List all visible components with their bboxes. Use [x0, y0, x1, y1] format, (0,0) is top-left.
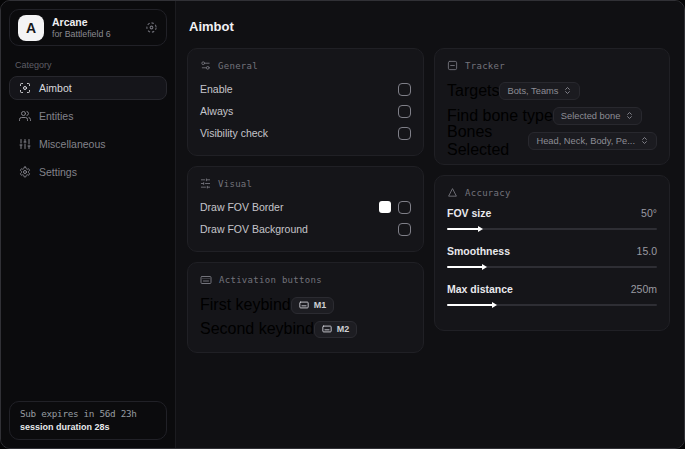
setting-label: Enable [200, 83, 398, 95]
tracker-card-header: Tracker [447, 60, 657, 71]
smoothness-slider[interactable] [447, 266, 657, 268]
sliders-icon [19, 138, 31, 150]
slider-thumb[interactable] [492, 302, 497, 308]
refresh-icon[interactable] [145, 21, 158, 34]
find-bone-type-select[interactable]: Selected bone [553, 107, 642, 125]
app-subtitle: for Battlefield 6 [52, 29, 111, 40]
select-value: Selected bone [561, 111, 620, 121]
sidebar-item-label: Aimbot [39, 82, 72, 94]
chevrons-up-down-icon [640, 136, 649, 145]
card-title: Accuracy [465, 188, 511, 198]
right-column: Tracker Targets Bots, Teams [434, 48, 670, 341]
accuracy-card: Accuracy FOV size 50° [434, 175, 670, 331]
brand-card: A Arcane for Battlefield 6 [9, 9, 167, 46]
tracker-row-bones-selected: Bones Selected Head, Neck, Body, Pe... [447, 128, 657, 153]
setting-label: Always [200, 105, 398, 117]
slider-row-max-distance: Max distance 250m [447, 281, 657, 306]
keyboard-icon [322, 324, 332, 334]
draw-fov-border-checkbox[interactable] [398, 201, 411, 214]
setting-row-draw-fov-border: Draw FOV Border [200, 196, 411, 218]
first-keybind-button[interactable]: M1 [291, 297, 335, 314]
keyboard-icon [299, 300, 309, 310]
always-checkbox[interactable] [398, 105, 411, 118]
users-icon [19, 110, 31, 122]
fov-size-slider[interactable] [447, 228, 657, 230]
chevrons-up-down-icon [563, 86, 572, 95]
slider-thumb[interactable] [482, 264, 487, 270]
subscription-card: Sub expires in 56d 23h session duration … [9, 401, 167, 440]
keyboard-icon [200, 274, 212, 286]
square-minus-icon [447, 60, 458, 71]
sliders-horizontal-icon [200, 178, 211, 189]
general-card-header: General [200, 60, 411, 71]
slider-row-smoothness: Smoothness 15.0 [447, 243, 657, 268]
tracker-row-targets: Targets Bots, Teams [447, 78, 657, 103]
page-title: Aimbot [189, 19, 670, 34]
sidebar: A Arcane for Battlefield 6 Category [1, 1, 176, 448]
card-title: General [218, 61, 258, 71]
keybind-label: Second keybind [200, 320, 314, 338]
visibility-check-checkbox[interactable] [398, 127, 411, 140]
tracker-label: Targets [447, 82, 499, 100]
general-card: General Enable Always Visibility check [187, 48, 424, 156]
triangle-icon [447, 187, 458, 198]
tracker-card: Tracker Targets Bots, Teams [434, 48, 670, 165]
slider-value: 250m [631, 283, 657, 295]
slider-label: FOV size [447, 207, 491, 219]
setting-row-always: Always [200, 100, 411, 122]
visual-card-header: Visual [200, 178, 411, 189]
tracker-label: Bones Selected [447, 123, 528, 159]
category-label: Category [15, 60, 161, 70]
sub-expiry-text: Sub expires in 56d 23h [20, 408, 156, 419]
card-title: Visual [218, 179, 252, 189]
draw-fov-background-checkbox[interactable] [398, 223, 411, 236]
sidebar-item-settings[interactable]: Settings [9, 160, 167, 184]
visual-card: Visual Draw FOV Border Draw FOV Backgrou… [187, 166, 424, 252]
setting-row-visibility-check: Visibility check [200, 122, 411, 144]
brand-text: Arcane for Battlefield 6 [52, 16, 111, 39]
screen: A Arcane for Battlefield 6 Category [0, 0, 685, 449]
gear-icon [19, 166, 31, 178]
keybind-row-first: First keybind M1 [200, 293, 411, 317]
session-duration-text: session duration 28s [20, 422, 156, 432]
accuracy-card-header: Accuracy [447, 187, 657, 198]
sidebar-item-aimbot[interactable]: Aimbot [9, 76, 167, 100]
slider-thumb[interactable] [478, 226, 483, 232]
sidebar-item-label: Miscellaneous [39, 138, 106, 150]
app-logo: A [18, 15, 44, 41]
max-distance-slider[interactable] [447, 304, 657, 306]
settings-sliders-icon [200, 60, 211, 71]
sidebar-item-entities[interactable]: Entities [9, 104, 167, 128]
setting-label: Visibility check [200, 127, 398, 139]
setting-row-enable: Enable [200, 78, 411, 100]
left-column: General Enable Always Visibility check [187, 48, 424, 363]
second-keybind-button[interactable]: M2 [314, 321, 358, 338]
crosshair-icon [19, 82, 31, 94]
card-title: Activation buttons [219, 275, 322, 285]
keybind-label: First keybind [200, 296, 291, 314]
slider-label: Smoothness [447, 245, 510, 257]
card-title: Tracker [465, 61, 505, 71]
slider-row-fov-size: FOV size 50° [447, 205, 657, 230]
sidebar-item-label: Entities [39, 110, 73, 122]
setting-row-draw-fov-background: Draw FOV Background [200, 218, 411, 240]
setting-label: Draw FOV Background [200, 223, 398, 235]
activation-card-header: Activation buttons [200, 274, 411, 286]
app-title: Arcane [52, 16, 111, 29]
fov-border-color-swatch[interactable] [379, 201, 391, 213]
keybind-value: M1 [314, 300, 327, 310]
sidebar-item-label: Settings [39, 166, 77, 178]
targets-select[interactable]: Bots, Teams [499, 82, 580, 100]
bones-selected-select[interactable]: Head, Neck, Body, Pe... [528, 132, 657, 150]
slider-value: 50° [641, 207, 657, 219]
select-value: Bots, Teams [507, 86, 558, 96]
enable-checkbox[interactable] [398, 83, 411, 96]
setting-label: Draw FOV Border [200, 201, 379, 213]
slider-label: Max distance [447, 283, 513, 295]
main-content: Aimbot General Enable [176, 1, 685, 448]
slider-value: 15.0 [637, 245, 657, 257]
select-value: Head, Neck, Body, Pe... [536, 136, 635, 146]
keybind-value: M2 [337, 324, 350, 334]
sidebar-item-miscellaneous[interactable]: Miscellaneous [9, 132, 167, 156]
app-window: A Arcane for Battlefield 6 Category [0, 0, 685, 449]
